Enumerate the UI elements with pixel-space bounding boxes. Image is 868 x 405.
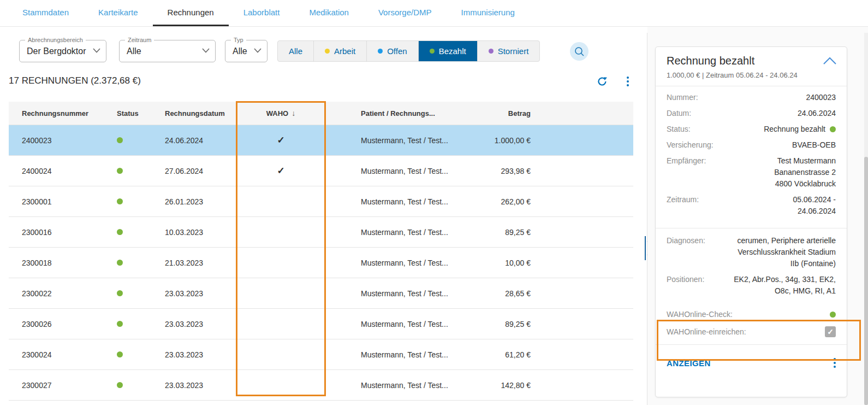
column-header-rechnungsnummer[interactable]: Rechnungsnummer xyxy=(9,109,109,118)
invoice-count-title: 17 RECHNUNGEN (2.372,68 €) xyxy=(9,75,141,86)
refresh-button[interactable] xyxy=(596,75,608,87)
status-dot-green xyxy=(117,168,123,174)
table-row[interactable]: 2300022 23.03.2023 Mustermann, Test / Te… xyxy=(9,278,633,309)
tab-label: Immunisierung xyxy=(461,8,514,17)
collapse-panel-button[interactable] xyxy=(823,57,837,67)
cell-rechnungsdatum: 21.03.2023 xyxy=(156,259,236,267)
tab-label: Stammdaten xyxy=(22,8,69,17)
field-versicherung: Versicherung: BVAEB-OEB xyxy=(667,139,836,151)
cell-status xyxy=(109,259,156,267)
cell-patient: Mustermann, Test / Test... xyxy=(326,320,464,328)
cell-rechnungsnummer: 2300022 xyxy=(9,289,109,298)
field-label: Positionen: xyxy=(667,274,704,285)
table-row[interactable]: 2300001 26.01.2023 Mustermann, Test / Te… xyxy=(9,186,633,217)
cell-rechnungsnummer: 2300024 xyxy=(9,350,109,359)
segment-arbeit[interactable]: Arbeit xyxy=(314,41,367,61)
list-menu-button[interactable] xyxy=(623,75,633,87)
segment-offen[interactable]: Offen xyxy=(367,41,418,61)
cell-rechnungsnummer: 2300001 xyxy=(9,197,109,206)
cell-rechnungsnummer: 2300027 xyxy=(9,381,109,390)
column-header-betrag[interactable]: Betrag xyxy=(464,109,540,118)
segment-label: Offen xyxy=(387,46,407,56)
field-value: Test Mustermann Bananenstrasse 2 4800 Vö… xyxy=(774,155,836,190)
segment-bezahlt[interactable]: Bezahlt xyxy=(419,41,478,61)
table-row[interactable]: 2400024 27.06.2024 ✓ Mustermann, Test / … xyxy=(9,156,633,186)
tab-label: Vorsorge/DMP xyxy=(378,8,432,17)
cell-rechnungsdatum: 24.06.2024 xyxy=(156,136,236,145)
segment-label: Arbeit xyxy=(334,46,355,56)
cell-betrag: 89,25 € xyxy=(464,228,540,237)
detail-subtitle: 1.000,00 € | Zeitraum 05.06.24 - 24.06.2… xyxy=(667,71,836,79)
tab-stammdaten[interactable]: Stammdaten xyxy=(8,0,84,26)
cell-patient: Mustermann, Test / Test... xyxy=(326,167,464,175)
column-header-status[interactable]: Status xyxy=(109,109,156,118)
diagnoses-section: Diagnosen: cerumen, Periphere arterielle… xyxy=(656,228,847,303)
tab-immunisierung[interactable]: Immunisierung xyxy=(446,0,529,26)
cell-patient: Mustermann, Test / Test... xyxy=(326,289,464,298)
cell-rechnungsdatum: 27.06.2024 xyxy=(156,167,236,175)
column-header-waho[interactable]: WAHO↓ xyxy=(236,109,326,118)
cell-rechnungsdatum: 23.03.2023 xyxy=(156,381,236,390)
detail-menu-button[interactable] xyxy=(834,358,836,368)
cell-rechnungsdatum: 26.01.2023 xyxy=(156,197,236,206)
abrechnungsbereich-value: Der Bergdoktor xyxy=(27,40,86,62)
patient-tab-bar: Stammdaten Karteikarte Rechnungen Laborb… xyxy=(0,0,868,27)
field-value: EK2, Abr.Pos., 34g, 331, EK2, O8c, HMG, … xyxy=(724,274,836,297)
field-label: Empfänger: xyxy=(667,155,706,167)
detail-card-footer: ANZEIGEN xyxy=(656,345,847,381)
field-value: BVAEB-OEB xyxy=(792,139,836,151)
refresh-icon xyxy=(597,76,608,87)
scrollbar-track[interactable] xyxy=(864,33,868,405)
cell-waho-check: ✓ xyxy=(236,134,326,146)
scrollbar-thumb[interactable] xyxy=(864,157,868,405)
field-empfaenger: Empfänger: Test Mustermann Bananenstrass… xyxy=(667,155,836,190)
segment-alle[interactable]: Alle xyxy=(278,41,314,61)
wahonline-einreichen-checkbox[interactable]: ✓ xyxy=(825,326,836,337)
cell-status xyxy=(109,381,156,390)
table-row[interactable]: 2400023 24.06.2024 ✓ Mustermann, Test / … xyxy=(9,125,633,156)
search-icon xyxy=(574,46,585,57)
field-wahonline-einreichen: WAHOnline-einreichen: ✓ xyxy=(667,326,836,338)
tab-karteikarte[interactable]: Karteikarte xyxy=(84,0,153,26)
chevron-down-icon xyxy=(93,48,100,53)
column-header-rechnungsdatum[interactable]: Rechnungsdatum xyxy=(156,109,236,118)
field-value: 24.06.2024 xyxy=(798,108,836,119)
cell-patient: Mustermann, Test / Test... xyxy=(326,228,464,237)
table-row[interactable]: 2300027 23.03.2023 Mustermann, Test / Te… xyxy=(9,370,633,401)
status-dot-green xyxy=(117,290,123,296)
cell-patient: Mustermann, Test / Test... xyxy=(326,350,464,359)
tab-medikation[interactable]: Medikation xyxy=(294,0,364,26)
column-header-patient[interactable]: Patient / Rechnungs... xyxy=(326,109,464,118)
anzeigen-button[interactable]: ANZEIGEN xyxy=(667,359,711,368)
search-button[interactable] xyxy=(570,42,588,61)
tab-laborblatt[interactable]: Laborblatt xyxy=(229,0,295,26)
field-label: Zeitraum: xyxy=(667,194,699,206)
cell-status xyxy=(109,167,156,175)
cell-rechnungsdatum: 10.03.2023 xyxy=(156,228,236,237)
tab-label: Karteikarte xyxy=(98,8,138,17)
table-body: 2400023 24.06.2024 ✓ Mustermann, Test / … xyxy=(9,125,633,401)
field-value: Rechnung bezahlt xyxy=(764,124,836,135)
waho-header-label: WAHO xyxy=(266,109,288,118)
kebab-icon xyxy=(627,77,629,86)
field-value: cerumen, Periphere arterielle Verschluss… xyxy=(732,235,836,269)
wahonline-check-dot xyxy=(830,312,836,318)
table-row[interactable]: 2300016 10.03.2023 Mustermann, Test / Te… xyxy=(9,217,633,248)
abrechnungsbereich-select[interactable]: Abrechnungsbereich Der Bergdoktor xyxy=(19,40,106,62)
status-dot-green xyxy=(830,126,836,132)
segment-label: Alle xyxy=(289,46,302,56)
zeitraum-select[interactable]: Zeitraum Alle xyxy=(119,40,216,62)
segment-label: Bezahlt xyxy=(439,46,466,56)
segment-storniert[interactable]: Storniert xyxy=(478,41,540,61)
typ-select[interactable]: Typ Alle xyxy=(225,40,267,62)
field-label: Datum: xyxy=(667,108,691,119)
status-dot xyxy=(325,49,330,54)
table-row[interactable]: 2300024 23.03.2023 Mustermann, Test / Te… xyxy=(9,339,633,370)
tab-rechnungen[interactable]: Rechnungen xyxy=(153,0,229,26)
table-row[interactable]: 2300026 23.03.2023 Mustermann, Test / Te… xyxy=(9,309,633,339)
typ-value: Alle xyxy=(233,40,247,62)
field-value: 05.06.2024 - 24.06.2024 xyxy=(773,194,836,217)
cell-waho-check: ✓ xyxy=(236,165,326,177)
table-row[interactable]: 2300018 21.03.2023 Mustermann, Test / Te… xyxy=(9,248,633,278)
tab-vorsorge-dmp[interactable]: Vorsorge/DMP xyxy=(364,0,447,26)
